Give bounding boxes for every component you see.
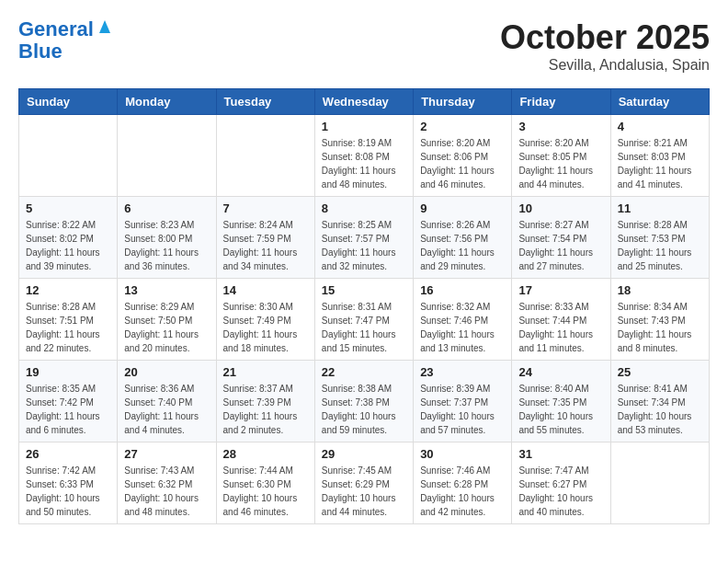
calendar-cell: 23Sunrise: 8:39 AMSunset: 7:37 PMDayligh…	[414, 361, 512, 442]
calendar-cell: 6Sunrise: 8:23 AMSunset: 8:00 PMDaylight…	[118, 197, 216, 279]
calendar-table: SundayMondayTuesdayWednesdayThursdayFrid…	[18, 88, 710, 524]
calendar-cell: 8Sunrise: 8:25 AMSunset: 7:57 PMDaylight…	[314, 197, 413, 279]
calendar-cell: 25Sunrise: 8:41 AMSunset: 7:34 PMDayligh…	[610, 361, 709, 442]
day-number: 5	[26, 201, 110, 215]
calendar-week-row: 5Sunrise: 8:22 AMSunset: 8:02 PMDaylight…	[19, 197, 710, 279]
day-info: Sunrise: 8:25 AMSunset: 7:57 PMDaylight:…	[322, 218, 406, 273]
calendar-cell: 30Sunrise: 7:46 AMSunset: 6:28 PMDayligh…	[414, 442, 512, 524]
calendar-cell: 18Sunrise: 8:34 AMSunset: 7:43 PMDayligh…	[610, 279, 709, 361]
calendar-cell: 12Sunrise: 8:28 AMSunset: 7:51 PMDayligh…	[19, 279, 118, 361]
day-info: Sunrise: 8:21 AMSunset: 8:03 PMDaylight:…	[618, 136, 702, 191]
calendar-week-row: 12Sunrise: 8:28 AMSunset: 7:51 PMDayligh…	[19, 279, 710, 361]
day-number: 17	[518, 283, 603, 297]
day-info: Sunrise: 8:26 AMSunset: 7:56 PMDaylight:…	[420, 218, 505, 273]
calendar-week-row: 26Sunrise: 7:42 AMSunset: 6:33 PMDayligh…	[19, 442, 710, 524]
day-info: Sunrise: 8:39 AMSunset: 7:37 PMDaylight:…	[420, 382, 505, 437]
day-info: Sunrise: 7:45 AMSunset: 6:29 PMDaylight:…	[322, 464, 406, 519]
day-info: Sunrise: 8:31 AMSunset: 7:47 PMDaylight:…	[322, 300, 406, 355]
day-info: Sunrise: 8:34 AMSunset: 7:43 PMDaylight:…	[618, 300, 702, 355]
day-number: 28	[223, 447, 308, 461]
logo: General Blue	[18, 18, 113, 63]
calendar-day-header: Wednesday	[314, 89, 413, 115]
day-number: 7	[223, 201, 308, 215]
day-number: 20	[124, 365, 209, 379]
day-number: 19	[26, 365, 110, 379]
day-number: 24	[518, 365, 603, 379]
calendar-day-header: Friday	[512, 89, 610, 115]
logo-text: General	[18, 18, 94, 40]
calendar-header-row: SundayMondayTuesdayWednesdayThursdayFrid…	[19, 89, 710, 115]
page-header: General Blue October 2025 Sevilla, Andal…	[18, 18, 710, 74]
day-number: 13	[124, 283, 209, 297]
day-info: Sunrise: 8:19 AMSunset: 8:08 PMDaylight:…	[322, 136, 406, 191]
calendar-day-header: Monday	[118, 89, 216, 115]
calendar-cell: 21Sunrise: 8:37 AMSunset: 7:39 PMDayligh…	[216, 361, 314, 442]
day-info: Sunrise: 8:40 AMSunset: 7:35 PMDaylight:…	[518, 382, 603, 437]
day-number: 12	[26, 283, 110, 297]
calendar-cell: 4Sunrise: 8:21 AMSunset: 8:03 PMDaylight…	[610, 115, 709, 197]
calendar-day-header: Tuesday	[216, 89, 314, 115]
day-info: Sunrise: 8:20 AMSunset: 8:05 PMDaylight:…	[518, 136, 603, 191]
day-info: Sunrise: 8:32 AMSunset: 7:46 PMDaylight:…	[420, 300, 505, 355]
calendar-cell	[19, 115, 118, 197]
day-info: Sunrise: 7:42 AMSunset: 6:33 PMDaylight:…	[26, 464, 110, 519]
day-number: 15	[322, 283, 406, 297]
day-number: 3	[518, 120, 603, 133]
day-info: Sunrise: 8:36 AMSunset: 7:40 PMDaylight:…	[124, 382, 209, 437]
day-info: Sunrise: 8:23 AMSunset: 8:00 PMDaylight:…	[124, 218, 209, 273]
day-number: 16	[420, 283, 505, 297]
month-title: October 2025	[500, 18, 710, 57]
day-info: Sunrise: 8:30 AMSunset: 7:49 PMDaylight:…	[223, 300, 308, 355]
day-info: Sunrise: 8:35 AMSunset: 7:42 PMDaylight:…	[26, 382, 110, 437]
day-number: 14	[223, 283, 308, 297]
day-info: Sunrise: 8:24 AMSunset: 7:59 PMDaylight:…	[223, 218, 308, 273]
calendar-cell: 5Sunrise: 8:22 AMSunset: 8:02 PMDaylight…	[19, 197, 118, 279]
day-info: Sunrise: 8:29 AMSunset: 7:50 PMDaylight:…	[124, 300, 209, 355]
calendar-cell: 26Sunrise: 7:42 AMSunset: 6:33 PMDayligh…	[19, 442, 118, 524]
day-number: 10	[518, 201, 603, 215]
calendar-cell: 16Sunrise: 8:32 AMSunset: 7:46 PMDayligh…	[414, 279, 512, 361]
calendar-day-header: Thursday	[414, 89, 512, 115]
day-info: Sunrise: 7:47 AMSunset: 6:27 PMDaylight:…	[518, 464, 603, 519]
day-info: Sunrise: 7:46 AMSunset: 6:28 PMDaylight:…	[420, 464, 505, 519]
day-number: 31	[518, 447, 603, 461]
calendar-cell	[118, 115, 216, 197]
day-number: 30	[420, 447, 505, 461]
logo-icon	[97, 18, 113, 35]
calendar-cell: 22Sunrise: 8:38 AMSunset: 7:38 PMDayligh…	[314, 361, 413, 442]
svg-marker-0	[99, 20, 110, 33]
calendar-week-row: 19Sunrise: 8:35 AMSunset: 7:42 PMDayligh…	[19, 361, 710, 442]
day-number: 25	[618, 365, 702, 379]
day-number: 29	[322, 447, 406, 461]
calendar-cell: 20Sunrise: 8:36 AMSunset: 7:40 PMDayligh…	[118, 361, 216, 442]
day-number: 21	[223, 365, 308, 379]
calendar-cell	[610, 442, 709, 524]
day-info: Sunrise: 8:37 AMSunset: 7:39 PMDaylight:…	[223, 382, 308, 437]
calendar-day-header: Saturday	[610, 89, 709, 115]
day-info: Sunrise: 8:28 AMSunset: 7:53 PMDaylight:…	[618, 218, 702, 273]
calendar-cell: 24Sunrise: 8:40 AMSunset: 7:35 PMDayligh…	[512, 361, 610, 442]
day-number: 4	[618, 120, 702, 133]
title-block: October 2025 Sevilla, Andalusia, Spain	[500, 18, 710, 74]
day-number: 27	[124, 447, 209, 461]
calendar-cell: 27Sunrise: 7:43 AMSunset: 6:32 PMDayligh…	[118, 442, 216, 524]
day-info: Sunrise: 8:28 AMSunset: 7:51 PMDaylight:…	[26, 300, 110, 355]
day-number: 6	[124, 201, 209, 215]
day-info: Sunrise: 8:27 AMSunset: 7:54 PMDaylight:…	[518, 218, 603, 273]
calendar-cell: 19Sunrise: 8:35 AMSunset: 7:42 PMDayligh…	[19, 361, 118, 442]
calendar-cell	[216, 115, 314, 197]
day-number: 11	[618, 201, 702, 215]
day-info: Sunrise: 8:41 AMSunset: 7:34 PMDaylight:…	[618, 382, 702, 437]
calendar-cell: 9Sunrise: 8:26 AMSunset: 7:56 PMDaylight…	[414, 197, 512, 279]
calendar-cell: 28Sunrise: 7:44 AMSunset: 6:30 PMDayligh…	[216, 442, 314, 524]
day-info: Sunrise: 7:44 AMSunset: 6:30 PMDaylight:…	[223, 464, 308, 519]
calendar-day-header: Sunday	[19, 89, 118, 115]
calendar-cell: 17Sunrise: 8:33 AMSunset: 7:44 PMDayligh…	[512, 279, 610, 361]
day-number: 9	[420, 201, 505, 215]
calendar-cell: 2Sunrise: 8:20 AMSunset: 8:06 PMDaylight…	[414, 115, 512, 197]
calendar-cell: 31Sunrise: 7:47 AMSunset: 6:27 PMDayligh…	[512, 442, 610, 524]
day-number: 8	[322, 201, 406, 215]
calendar-cell: 1Sunrise: 8:19 AMSunset: 8:08 PMDaylight…	[314, 115, 413, 197]
calendar-cell: 14Sunrise: 8:30 AMSunset: 7:49 PMDayligh…	[216, 279, 314, 361]
day-number: 22	[322, 365, 406, 379]
